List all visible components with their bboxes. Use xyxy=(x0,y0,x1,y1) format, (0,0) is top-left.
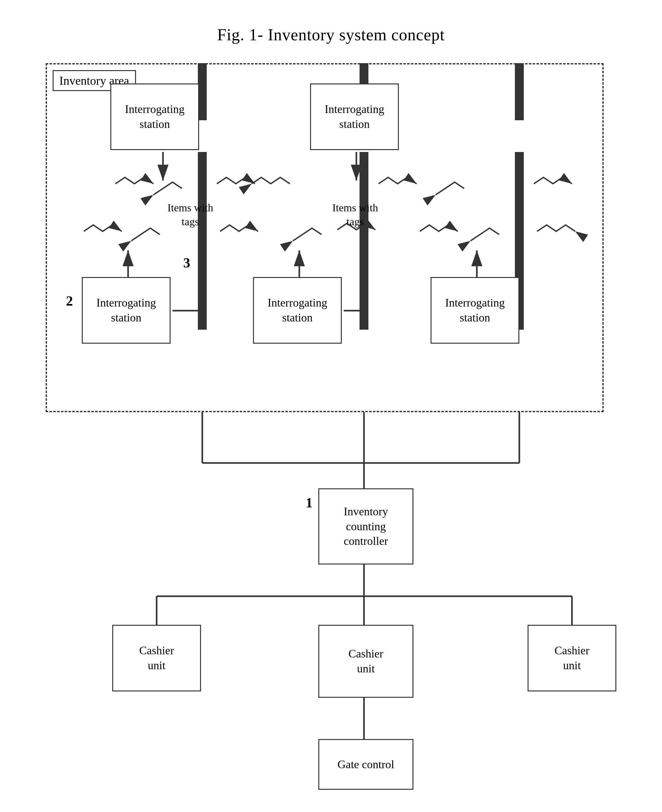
label-3: 3 xyxy=(183,255,190,271)
label-2: 2 xyxy=(66,293,73,309)
inventory-counting-controller: Inventory counting controller xyxy=(318,488,413,564)
interrogating-station-top-left: Interrogating station xyxy=(110,84,199,150)
interrogating-station-mid-left: Interrogating station xyxy=(82,277,170,344)
items-with-tags-right: Items with tags xyxy=(332,201,378,229)
gate-control: Gate control xyxy=(318,739,413,790)
cashier-unit-right: Cashier unit xyxy=(527,625,616,691)
inventory-area-box: Inventory area Interrogating station Int… xyxy=(46,63,604,412)
items-with-tags-left: Items with tags xyxy=(167,201,213,229)
label-1: 1 xyxy=(305,495,313,511)
interrogating-station-mid-center: Interrogating station xyxy=(253,277,342,344)
page-title: Fig. 1- Inventory system concept xyxy=(0,26,662,44)
interrogating-station-top-right: Interrogating station xyxy=(310,84,399,150)
interrogating-station-mid-right: Interrogating station xyxy=(431,277,519,344)
cashier-unit-left: Cashier unit xyxy=(112,625,201,691)
cashier-unit-center: Cashier unit xyxy=(318,625,413,698)
